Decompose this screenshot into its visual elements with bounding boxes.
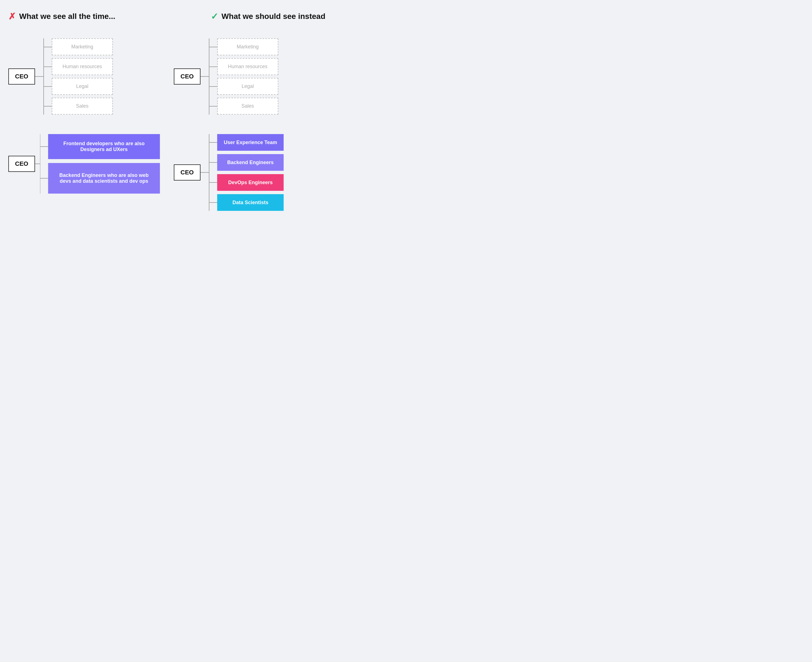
- branch-hline: [44, 86, 52, 87]
- node-marketing-bad: Marketing: [52, 39, 113, 55]
- bad-top-tree: CEO Marketing: [8, 39, 160, 115]
- branch-hline: [44, 66, 52, 67]
- page-wrapper: ✗ What we see all the time... ✓ What we …: [8, 11, 325, 219]
- bad-bottom-branches: Frontend developers who are also Designe…: [40, 134, 160, 194]
- branch-hline: [209, 86, 217, 87]
- bad-top-ceo: CEO: [8, 68, 35, 85]
- node-backend-good: Backend Engineers: [217, 154, 284, 171]
- list-item: Marketing: [44, 39, 113, 55]
- main-grid: CEO Marketing: [8, 33, 325, 219]
- page-header: ✗ What we see all the time... ✓ What we …: [8, 11, 325, 22]
- branch-hline: [209, 142, 217, 143]
- bad-top-chart: CEO Marketing: [8, 33, 160, 123]
- check-icon: ✓: [211, 11, 218, 22]
- node-data-scientists: Data Scientists: [217, 194, 284, 211]
- branch-hline: [40, 178, 48, 178]
- list-item: Marketing: [209, 39, 278, 55]
- list-item: Sales: [44, 98, 113, 115]
- node-sales-bad: Sales: [52, 98, 113, 115]
- good-bottom-ceo: CEO: [174, 164, 201, 180]
- bad-bottom-chart: CEO Frontend developers who are also Des…: [8, 129, 160, 202]
- list-item: Backend Engineers who are also web devs …: [40, 163, 160, 194]
- list-item: User Experience Team: [209, 134, 284, 151]
- node-legal-bad: Legal: [52, 78, 113, 95]
- list-item: Human resources: [209, 58, 278, 75]
- bad-top-branches: Marketing Human resources Legal: [44, 39, 113, 115]
- node-legal-good: Legal: [217, 78, 278, 95]
- node-devops-good: DevOps Engineers: [217, 174, 284, 191]
- branch-hline: [209, 162, 217, 163]
- branch-hline: [209, 106, 217, 106]
- good-bottom-chart: CEO User Experience Team Backend Enginee…: [174, 129, 325, 219]
- node-hr-good: Human resources: [217, 58, 278, 75]
- branch-hline: [40, 146, 48, 147]
- good-top-chart: CEO Marketing Human resources: [174, 33, 325, 123]
- node-backend-bad: Backend Engineers who are also web devs …: [48, 163, 160, 194]
- branch-hline: [209, 66, 217, 67]
- branch-hline: [209, 47, 217, 47]
- node-hr-bad: Human resources: [52, 58, 113, 75]
- good-bottom-branches: User Experience Team Backend Engineers D…: [209, 134, 284, 211]
- x-icon: ✗: [8, 11, 16, 22]
- list-item: Human resources: [44, 58, 113, 75]
- node-sales-good: Sales: [217, 98, 278, 115]
- bad-bottom-tree: CEO Frontend developers who are also Des…: [8, 134, 160, 194]
- right-title: ✓ What we should see instead: [211, 11, 325, 22]
- branch-hline: [209, 182, 217, 183]
- good-top-tree: CEO Marketing Human resources: [174, 39, 325, 115]
- node-marketing-good: Marketing: [217, 39, 278, 55]
- node-ux-team: User Experience Team: [217, 134, 284, 151]
- list-item: Frontend developers who are also Designe…: [40, 134, 160, 159]
- branch-hline: [209, 202, 217, 203]
- bad-bottom-ceo: CEO: [8, 156, 35, 172]
- h-line-2: [35, 164, 40, 164]
- branch-hline: [44, 47, 52, 47]
- list-item: Sales: [209, 98, 278, 115]
- good-top-branches: Marketing Human resources Legal: [209, 39, 278, 115]
- h-line-1: [35, 76, 43, 77]
- h-line-3: [201, 76, 209, 77]
- left-title-text: What we see all the time...: [19, 12, 115, 21]
- good-bottom-tree: CEO User Experience Team Backend Enginee…: [174, 134, 325, 211]
- list-item: DevOps Engineers: [209, 174, 284, 191]
- h-line-4: [201, 172, 209, 173]
- list-item: Legal: [44, 78, 113, 95]
- list-item: Data Scientists: [209, 194, 284, 211]
- right-column: CEO Marketing Human resources: [174, 33, 325, 219]
- node-frontend-bad: Frontend developers who are also Designe…: [48, 134, 160, 159]
- list-item: Backend Engineers: [209, 154, 284, 171]
- good-top-ceo: CEO: [174, 68, 201, 85]
- right-title-text: What we should see instead: [221, 12, 325, 21]
- branch-hline: [44, 106, 52, 106]
- list-item: Legal: [209, 78, 278, 95]
- left-title: ✗ What we see all the time...: [8, 11, 115, 22]
- left-column: CEO Marketing: [8, 33, 160, 219]
